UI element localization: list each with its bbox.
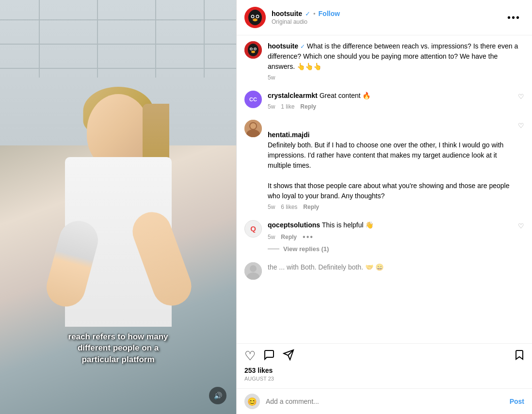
comment-text: crystalclearmkt Great content 🔥 bbox=[268, 91, 512, 101]
svg-point-17 bbox=[250, 123, 256, 129]
svg-point-1 bbox=[248, 10, 262, 25]
avatar bbox=[244, 7, 266, 28]
comments-area[interactable]: hootsuite ✓ What is the difference betwe… bbox=[237, 35, 532, 343]
comment-time: 5w bbox=[268, 103, 275, 110]
comment-likes: 6 likes bbox=[281, 204, 297, 210]
svg-point-21 bbox=[250, 265, 257, 272]
reply-button[interactable]: Reply bbox=[281, 234, 297, 240]
commenter-avatar: Q bbox=[244, 220, 262, 238]
bookmark-button[interactable] bbox=[514, 349, 524, 364]
like-icon[interactable]: ♡ bbox=[518, 222, 524, 230]
svg-point-6 bbox=[253, 18, 258, 21]
sound-button[interactable]: 🔊 bbox=[209, 387, 226, 404]
comment-content: hentati.majdi Definitely both. But if I … bbox=[268, 120, 512, 210]
reply-button[interactable]: Reply bbox=[303, 204, 319, 210]
actions-bar: ♡ 253 likes AUGUST 23 bbox=[237, 343, 532, 388]
svg-point-11 bbox=[250, 48, 252, 49]
main-comment-text: hootsuite ✓ What is the difference betwe… bbox=[268, 41, 524, 72]
like-button[interactable]: ♡ bbox=[244, 349, 256, 364]
comment-button[interactable] bbox=[263, 349, 275, 364]
commenter-avatar bbox=[244, 120, 262, 137]
svg-point-8 bbox=[248, 44, 258, 56]
svg-point-12 bbox=[254, 48, 256, 49]
add-comment-bar: 😊 Post bbox=[237, 388, 532, 414]
video-caption: reach refers to how many different peopl… bbox=[46, 331, 191, 366]
like-icon[interactable]: ♡ bbox=[518, 93, 524, 100]
likes-count: 253 likes bbox=[244, 366, 524, 374]
right-panel: hootsuite ✓ • Follow Original audio ••• bbox=[236, 0, 532, 414]
comment-content: qoceptsolutions This is helpful 👋 5w Rep… bbox=[268, 220, 512, 253]
post-header: hootsuite ✓ • Follow Original audio ••• bbox=[237, 0, 532, 35]
header-info: hootsuite ✓ • Follow Original audio bbox=[272, 10, 498, 25]
comment-likes: 1 like bbox=[281, 103, 294, 110]
comment-time: 5w bbox=[268, 74, 275, 81]
view-replies-button[interactable]: View replies (1) bbox=[268, 245, 512, 253]
like-icon[interactable]: ♡ bbox=[518, 122, 524, 129]
follow-button[interactable]: Follow bbox=[319, 10, 340, 17]
truncated-text: the ... with Both. Definitely both. 🤝 😄 bbox=[268, 262, 524, 272]
reply-button[interactable]: Reply bbox=[300, 103, 316, 110]
share-button[interactable] bbox=[283, 349, 294, 364]
comment-item: Q qoceptsolutions This is helpful 👋 5w R… bbox=[244, 220, 524, 253]
post-button[interactable]: Post bbox=[510, 398, 524, 405]
comment-text: qoceptsolutions This is helpful 👋 bbox=[268, 220, 512, 230]
svg-point-4 bbox=[252, 16, 254, 17]
comment-time: 5w bbox=[268, 234, 275, 240]
svg-point-5 bbox=[257, 16, 258, 17]
replies-line bbox=[268, 249, 279, 249]
user-avatar: 😊 bbox=[244, 394, 260, 409]
comment-item: hentati.majdi Definitely both. But if I … bbox=[244, 120, 524, 210]
dot-separator: • bbox=[313, 10, 316, 17]
truncated-comment: the ... with Both. Definitely both. 🤝 😄 bbox=[244, 262, 524, 280]
comment-item: CC crystalclearmkt Great content 🔥 5w 1 … bbox=[244, 91, 524, 110]
more-options-button[interactable]: ••• bbox=[503, 10, 524, 25]
post-date: AUGUST 23 bbox=[244, 376, 524, 382]
main-post-comment: hootsuite ✓ What is the difference betwe… bbox=[244, 41, 524, 81]
add-comment-input[interactable] bbox=[266, 398, 504, 405]
header-subtitle: Original audio bbox=[272, 18, 498, 25]
svg-text:Q: Q bbox=[250, 224, 256, 233]
header-username: hootsuite bbox=[272, 10, 302, 17]
commenter-avatar: CC bbox=[244, 91, 262, 108]
more-options[interactable]: ••• bbox=[303, 233, 314, 241]
verified-badge: ✓ bbox=[305, 10, 310, 17]
view-replies-text: View replies (1) bbox=[283, 245, 329, 253]
svg-point-13 bbox=[251, 51, 255, 53]
video-panel: reach refers to how many different peopl… bbox=[0, 0, 236, 414]
comment-content: the ... with Both. Definitely both. 🤝 😄 bbox=[268, 262, 524, 272]
main-comment-content: hootsuite ✓ What is the difference betwe… bbox=[268, 41, 524, 81]
comment-content: crystalclearmkt Great content 🔥 5w 1 lik… bbox=[268, 91, 512, 110]
commenter-avatar bbox=[244, 41, 262, 59]
comment-time: 5w bbox=[268, 204, 275, 210]
commenter-avatar bbox=[244, 262, 262, 280]
comment-text: hentati.majdi Definitely both. But if I … bbox=[268, 120, 512, 201]
